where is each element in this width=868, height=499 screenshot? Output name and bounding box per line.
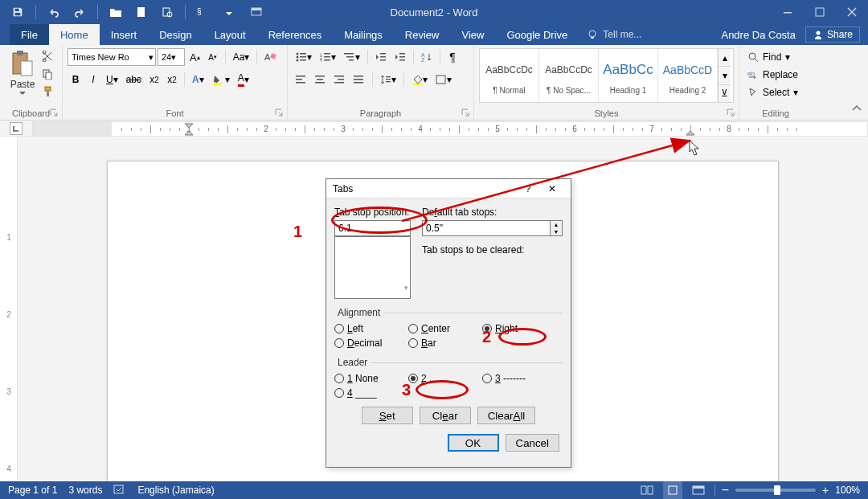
clear-formatting-button[interactable]: A	[261, 48, 280, 66]
style-heading-1[interactable]: AaBbCc Heading 1	[599, 49, 658, 102]
qat-customize-icon[interactable]	[218, 2, 240, 22]
change-case-button[interactable]: Aa▾	[230, 48, 253, 66]
alignment-center-radio[interactable]: Center	[408, 323, 474, 334]
font-size-input[interactable]: 24 ▾	[158, 48, 185, 66]
status-words[interactable]: 3 words	[68, 485, 102, 496]
zoom-in-button[interactable]: +	[822, 484, 829, 497]
style-normal[interactable]: AaBbCcDc ¶ Normal	[480, 49, 539, 102]
tab-view[interactable]: View	[450, 24, 495, 45]
bold-button[interactable]: B	[68, 71, 84, 88]
gallery-more-button[interactable]: ⊻	[719, 85, 731, 102]
open-icon[interactable]	[104, 2, 127, 22]
tab-home[interactable]: Home	[49, 24, 100, 45]
chevron-down-icon[interactable]: ▾	[171, 52, 176, 63]
font-color-button[interactable]: A▾	[235, 71, 252, 88]
paragraph-dialog-launcher[interactable]	[461, 108, 470, 117]
undo-icon[interactable]	[43, 2, 65, 22]
tell-me-search[interactable]: Tell me...	[587, 24, 641, 45]
gallery-down-button[interactable]: ▾	[719, 67, 731, 84]
shrink-font-button[interactable]: A▾	[205, 48, 221, 66]
line-spacing-button[interactable]: ▾	[377, 71, 399, 88]
borders-button[interactable]: ▾	[432, 71, 455, 88]
web-layout-button[interactable]	[689, 481, 708, 499]
style-heading-2[interactable]: AaBbCcD Heading 2	[658, 49, 718, 102]
zoom-out-button[interactable]: −	[722, 483, 729, 497]
superscript-button[interactable]: x2	[164, 71, 180, 88]
chevron-down-icon[interactable]: ▾	[149, 52, 154, 63]
spelling-icon[interactable]: §	[192, 2, 215, 22]
maximize-button[interactable]	[804, 0, 836, 24]
replace-button[interactable]: ab Replace	[744, 66, 807, 84]
shading-button[interactable]: ▾	[408, 71, 431, 88]
collapse-ribbon-button[interactable]	[852, 104, 862, 115]
clear-all-button[interactable]: Clear All	[477, 407, 536, 424]
spin-up-button[interactable]: ▲	[551, 221, 562, 228]
default-tab-spinner[interactable]: ▲▼	[422, 220, 563, 236]
numbering-button[interactable]: 123▾	[317, 48, 339, 66]
tab-google-drive[interactable]: Google Drive	[495, 24, 579, 45]
clear-button[interactable]: Clear	[420, 407, 471, 424]
italic-button[interactable]: I	[85, 71, 101, 88]
user-name[interactable]: Andre Da Costa	[721, 29, 796, 41]
horizontal-ruler[interactable]: 12345678	[32, 121, 868, 136]
share-button[interactable]: Share	[805, 27, 860, 43]
tab-selector-button[interactable]	[10, 122, 23, 135]
close-button[interactable]	[836, 0, 868, 24]
tab-review[interactable]: Review	[394, 24, 451, 45]
strikethrough-button[interactable]: abc	[123, 71, 145, 88]
bullets-button[interactable]: ▾	[293, 48, 315, 66]
redo-icon[interactable]	[68, 2, 91, 22]
alignment-decimal-radio[interactable]: Decimal	[334, 337, 400, 349]
text-effects-button[interactable]: A▾	[189, 71, 207, 88]
leader-2-radio[interactable]: 2 .......	[408, 373, 474, 384]
paste-button[interactable]: Paste	[5, 48, 40, 97]
zoom-level[interactable]: 100%	[835, 485, 860, 496]
vertical-ruler[interactable]: 123456	[0, 137, 18, 481]
cut-button[interactable]	[39, 48, 56, 64]
copy-button[interactable]	[39, 66, 56, 82]
leader-1-radio[interactable]: 1 None	[334, 373, 400, 384]
font-dialog-launcher[interactable]	[274, 108, 284, 117]
underline-button[interactable]: U▾	[103, 71, 121, 88]
leader-4-radio[interactable]: 4 ____	[334, 387, 400, 399]
sort-button[interactable]: AZ	[418, 48, 436, 66]
dialog-close-button[interactable]: ✕	[540, 179, 564, 198]
zoom-slider-thumb[interactable]	[774, 485, 780, 495]
styles-dialog-launcher[interactable]	[726, 108, 735, 117]
align-left-button[interactable]	[293, 71, 310, 88]
alignment-left-radio[interactable]: Left	[334, 323, 400, 334]
tab-references[interactable]: References	[257, 24, 333, 45]
align-center-button[interactable]	[312, 71, 330, 88]
highlight-button[interactable]: ▾	[209, 71, 233, 88]
save-icon[interactable]	[6, 2, 29, 22]
font-name-input[interactable]: Times New Ro ▾	[68, 48, 156, 66]
select-button[interactable]: Select▾	[744, 84, 807, 101]
zoom-slider[interactable]	[735, 489, 816, 492]
ok-button[interactable]: OK	[448, 434, 499, 452]
multilevel-list-button[interactable]: ▾	[341, 48, 363, 66]
clipboard-dialog-launcher[interactable]	[49, 108, 59, 117]
dialog-help-button[interactable]: ?	[516, 179, 540, 198]
new-doc-icon[interactable]	[130, 2, 153, 22]
find-button[interactable]: Find▾	[744, 48, 807, 66]
subscript-button[interactable]: x2	[146, 71, 162, 88]
tab-file[interactable]: File	[10, 24, 49, 45]
status-page[interactable]: Page 1 of 1	[8, 485, 57, 496]
print-layout-button[interactable]	[663, 481, 682, 499]
decrease-indent-button[interactable]	[372, 48, 390, 66]
dialog-titlebar[interactable]: Tabs ? ✕	[326, 179, 571, 198]
format-painter-button[interactable]	[39, 84, 56, 100]
minimize-button[interactable]	[772, 0, 804, 24]
tab-design[interactable]: Design	[148, 24, 203, 45]
proofing-icon[interactable]	[113, 484, 126, 497]
cancel-button[interactable]: Cancel	[506, 434, 560, 452]
ribbon-display-options-icon[interactable]	[240, 0, 272, 24]
tab-layout[interactable]: Layout	[203, 24, 257, 45]
print-preview-icon[interactable]	[156, 2, 178, 22]
tab-stop-position-input[interactable]	[334, 220, 411, 236]
read-mode-button[interactable]	[637, 481, 657, 499]
style-no-spacing[interactable]: AaBbCcDc ¶ No Spac...	[539, 49, 599, 102]
alignment-right-radio[interactable]: Right	[482, 323, 548, 334]
leader-3-radio[interactable]: 3 -------	[482, 373, 548, 384]
tab-stop-list[interactable]: ▾	[334, 236, 411, 299]
